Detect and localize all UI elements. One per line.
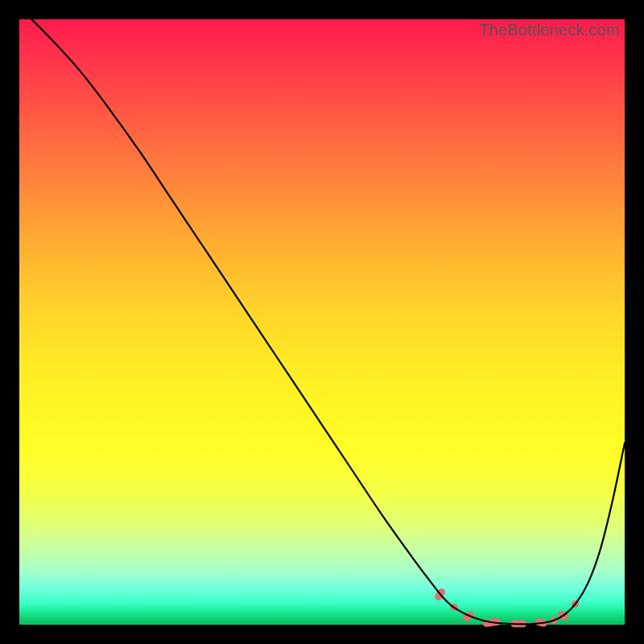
bottleneck-curve — [19, 7, 625, 624]
chart-svg — [19, 19, 625, 625]
plot-area: TheBottleneck.com — [19, 19, 625, 625]
marker-layer — [433, 587, 578, 627]
